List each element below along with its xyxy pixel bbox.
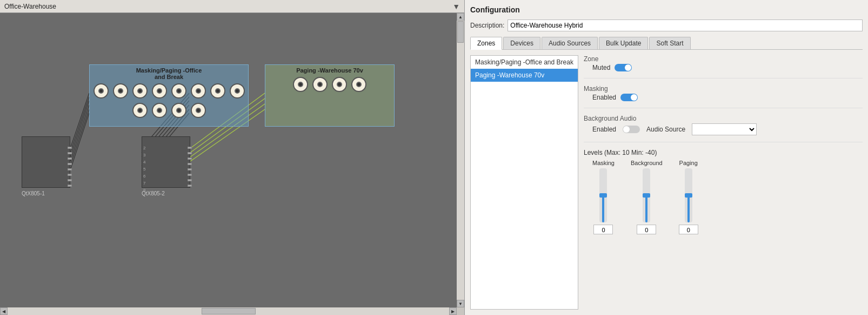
speaker	[312, 77, 328, 92]
paging-slider-label: Paging	[679, 160, 698, 166]
speaker	[171, 83, 186, 99]
paging-slider-value: 0	[679, 225, 698, 234]
zone-list-item-2[interactable]: Paging -Warehouse 70v	[471, 69, 578, 82]
bg-enabled-label: Enabled	[592, 126, 616, 133]
tab-soft-start[interactable]: Soft Start	[649, 37, 690, 49]
speaker	[210, 83, 225, 99]
speaker	[152, 103, 167, 118]
zone-box-1: Masking/Paging -Officeand Break	[89, 64, 249, 127]
zone-box-2-speakers	[291, 75, 369, 94]
tab-content: Masking/Paging -Office and Break Paging …	[470, 55, 863, 310]
description-row: Description:	[470, 19, 863, 31]
left-header-close-button[interactable]: ▼	[452, 2, 460, 11]
scroll-left-button[interactable]: ◀	[0, 307, 8, 315]
left-panel: Office-Warehouse ▼ Maski	[0, 0, 465, 315]
zone-section: Zone Muted	[584, 55, 863, 71]
speaker	[230, 83, 245, 99]
speaker	[191, 83, 206, 99]
left-title: Office-Warehouse	[4, 3, 56, 10]
scroll-thumb-h[interactable]	[202, 308, 256, 314]
masking-slider-value: 0	[593, 225, 613, 234]
masking-section-header: Masking	[584, 85, 863, 93]
sliders-row: Masking 0 Background	[584, 160, 863, 234]
divider-1	[584, 78, 863, 78]
svg-line-0	[70, 93, 89, 148]
speaker	[171, 103, 186, 118]
paging-slider-thumb[interactable]	[685, 193, 692, 198]
horizontal-scrollbar[interactable]: ◀ ▶	[0, 307, 457, 315]
speaker	[152, 83, 167, 99]
background-slider-thumb[interactable]	[643, 193, 650, 198]
paging-slider-track[interactable]	[685, 168, 692, 222]
svg-line-2	[70, 101, 89, 157]
zone-config: Zone Muted Masking Enabled Background Au…	[584, 55, 863, 310]
description-input[interactable]	[508, 19, 863, 31]
bg-audio-section: Background Audio Enabled Audio Source	[584, 115, 863, 135]
config-title: Configuration	[470, 5, 863, 14]
bg-audio-section-header: Background Audio	[584, 115, 863, 122]
tab-zones[interactable]: Zones	[470, 37, 502, 50]
device-qtx805-2: 2 3 4 5 6 7 8	[142, 136, 190, 188]
device-qtx805-2-label: QtX805-2	[142, 191, 165, 196]
tab-devices[interactable]: Devices	[503, 37, 540, 49]
svg-line-3	[70, 105, 89, 161]
tab-bulk-update[interactable]: Bulk Update	[599, 37, 648, 49]
description-label: Description:	[470, 22, 504, 29]
right-panel: Configuration Description: Zones Devices…	[465, 0, 868, 315]
zone-list: Masking/Paging -Office and Break Paging …	[470, 55, 578, 310]
scrollbar-corner	[457, 307, 464, 315]
audio-source-select[interactable]	[692, 123, 757, 135]
scroll-track-h	[8, 307, 449, 315]
background-slider-track[interactable]	[643, 168, 650, 222]
speaker	[132, 103, 148, 118]
zone-box-1-speakers	[90, 81, 248, 120]
speaker	[191, 103, 206, 118]
masking-enabled-row: Enabled	[584, 94, 863, 101]
device-qtx805-1	[22, 136, 70, 188]
tabs-row: Zones Devices Audio Sources Bulk Update …	[470, 37, 863, 50]
muted-label: Muted	[592, 64, 610, 71]
svg-line-5	[70, 113, 89, 170]
left-header: Office-Warehouse ▼	[0, 0, 464, 13]
background-slider-value: 0	[637, 225, 656, 234]
bg-enabled-toggle[interactable]	[623, 126, 640, 133]
zone-box-2-title: Paging -Warehouse 70v	[293, 65, 366, 75]
muted-row: Muted	[584, 64, 863, 71]
speaker	[94, 83, 109, 99]
masking-enabled-toggle[interactable]	[620, 94, 638, 101]
speaker	[351, 77, 366, 92]
scroll-up-button[interactable]: ▲	[457, 13, 464, 21]
scroll-down-button[interactable]: ▼	[457, 300, 464, 307]
tab-audio-sources[interactable]: Audio Sources	[542, 37, 598, 49]
scroll-thumb-v[interactable]	[457, 21, 464, 43]
svg-line-4	[70, 109, 89, 166]
background-slider-label: Background	[631, 160, 663, 166]
scroll-right-button[interactable]: ▶	[449, 307, 457, 315]
svg-line-1	[70, 97, 89, 153]
zone-list-item-1[interactable]: Masking/Paging -Office and Break	[471, 56, 578, 69]
muted-toggle[interactable]	[615, 64, 632, 71]
speaker	[113, 83, 128, 99]
device-qtx805-1-label: QtX805-1	[22, 191, 45, 196]
scroll-track-v	[457, 21, 464, 300]
vertical-scrollbar[interactable]: ▲ ▼	[457, 13, 464, 307]
speaker	[332, 77, 347, 92]
audio-source-label: Audio Source	[646, 126, 685, 133]
divider-2	[584, 108, 863, 108]
bg-enabled-row: Enabled Audio Source	[584, 123, 863, 135]
paging-slider-col: Paging 0	[679, 160, 698, 234]
masking-slider-thumb[interactable]	[599, 193, 607, 198]
levels-title: Levels (Max: 10 Min: -40)	[584, 149, 863, 156]
divider-3	[584, 142, 863, 142]
canvas-area: Masking/Paging -Officeand Break Paging -…	[0, 13, 464, 315]
masking-slider-track[interactable]	[599, 168, 607, 222]
masking-slider-label: Masking	[592, 160, 615, 166]
speaker	[132, 83, 148, 99]
zone-box-2: Paging -Warehouse 70v	[265, 64, 395, 127]
levels-section: Levels (Max: 10 Min: -40) Masking 0 Back…	[584, 149, 863, 234]
speaker	[293, 77, 308, 92]
masking-section: Masking Enabled	[584, 85, 863, 101]
masking-enabled-label: Enabled	[592, 94, 616, 101]
zone-section-header: Zone	[584, 55, 863, 63]
background-slider-col: Background 0	[631, 160, 663, 234]
